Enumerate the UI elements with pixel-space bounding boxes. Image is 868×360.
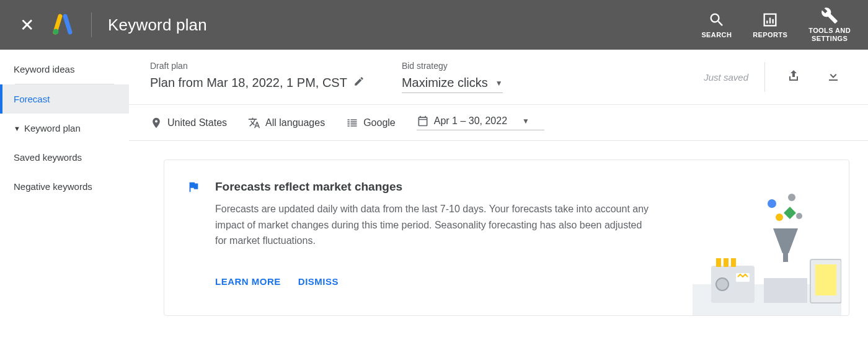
- location-value: United States: [167, 117, 227, 128]
- chevron-down-icon: ▼: [522, 117, 529, 125]
- svg-rect-16: [764, 278, 807, 303]
- svg-rect-6: [724, 258, 728, 267]
- share-button[interactable]: [786, 68, 801, 86]
- location-filter[interactable]: United States: [150, 117, 227, 129]
- header-divider: [91, 12, 92, 37]
- sidebar-item-saved-keywords[interactable]: Saved keywords: [0, 143, 129, 172]
- app-topbar: ✕ Keyword plan SEARCH REPORTS TOOLS AND …: [0, 0, 868, 50]
- reports-icon: [761, 11, 779, 29]
- dismiss-button[interactable]: DISMISS: [298, 276, 339, 287]
- sidebar-item-label: Negative keywords: [14, 181, 92, 192]
- reports-label: REPORTS: [753, 31, 787, 39]
- translate-icon: [248, 117, 260, 129]
- filter-bar: United States All languages Google Apr 1…: [129, 105, 868, 141]
- svg-point-10: [788, 194, 795, 201]
- network-value: Google: [363, 117, 396, 128]
- close-button[interactable]: ✕: [20, 15, 34, 35]
- caret-down-icon: ▼: [14, 125, 20, 132]
- svg-point-9: [768, 199, 776, 208]
- sidebar-item-keyword-ideas[interactable]: Keyword ideas: [0, 55, 129, 84]
- reports-button[interactable]: REPORTS: [753, 11, 787, 39]
- sidebar: Keyword ideas Forecast ▼Keyword plan Sav…: [0, 50, 129, 360]
- download-icon: [826, 68, 841, 83]
- notice-body: Forecasts are updated daily with data fr…: [215, 201, 649, 249]
- sidebar-item-label: Keyword ideas: [14, 64, 74, 74]
- language-filter[interactable]: All languages: [248, 117, 325, 129]
- save-status: Just saved: [704, 72, 748, 83]
- wrench-icon: [821, 7, 838, 24]
- sidebar-item-negative-keywords[interactable]: Negative keywords: [0, 172, 129, 201]
- svg-point-12: [776, 214, 783, 221]
- svg-rect-7: [731, 258, 736, 267]
- header-vertical-divider: [764, 62, 765, 92]
- sidebar-item-label: Keyword plan: [24, 123, 81, 133]
- share-icon: [786, 68, 801, 83]
- sidebar-item-label: Saved keywords: [14, 152, 82, 163]
- chevron-down-icon: ▼: [495, 79, 503, 88]
- sidebar-item-keyword-plan[interactable]: ▼Keyword plan: [0, 114, 129, 143]
- tools-label: TOOLS AND SETTINGS: [808, 27, 851, 42]
- tools-settings-button[interactable]: TOOLS AND SETTINGS: [808, 7, 851, 42]
- draft-plan-field[interactable]: Draft plan Plan from Mar 18, 2022, 1 PM,…: [150, 61, 365, 90]
- download-button[interactable]: [826, 68, 841, 86]
- learn-more-button[interactable]: LEARN MORE: [215, 276, 281, 287]
- svg-rect-15: [815, 264, 836, 295]
- svg-rect-5: [716, 258, 721, 267]
- network-icon: [346, 117, 358, 129]
- forecast-notice-card: Forecasts reflect market changes Forecas…: [164, 160, 849, 316]
- notice-title: Forecasts reflect market changes: [215, 180, 665, 194]
- location-pin-icon: [150, 117, 162, 129]
- page-title: Keyword plan: [108, 16, 207, 35]
- calendar-icon: [417, 115, 429, 127]
- draft-plan-label: Draft plan: [150, 61, 365, 71]
- language-value: All languages: [265, 117, 325, 128]
- google-ads-logo: [51, 14, 74, 36]
- svg-rect-8: [783, 253, 788, 262]
- bid-strategy-field[interactable]: Bid strategy Maximize clicks ▼: [402, 61, 503, 93]
- illustration-icon: [693, 185, 841, 315]
- svg-point-3: [716, 278, 728, 290]
- sidebar-item-forecast[interactable]: Forecast: [0, 84, 129, 114]
- network-filter[interactable]: Google: [346, 117, 396, 129]
- plan-header: Draft plan Plan from Mar 18, 2022, 1 PM,…: [129, 50, 868, 105]
- bid-strategy-label: Bid strategy: [402, 61, 503, 71]
- search-label: SEARCH: [701, 31, 732, 39]
- draft-plan-value: Plan from Mar 18, 2022, 1 PM, CST: [150, 76, 347, 90]
- svg-rect-11: [784, 207, 796, 219]
- svg-point-13: [796, 213, 802, 219]
- date-range-filter[interactable]: Apr 1 – 30, 2022 ▼: [417, 115, 544, 130]
- search-button[interactable]: SEARCH: [701, 11, 732, 39]
- svg-point-0: [53, 29, 59, 35]
- pencil-icon[interactable]: [353, 76, 365, 90]
- flag-icon: [187, 180, 200, 294]
- sidebar-item-label: Forecast: [14, 94, 50, 104]
- search-icon: [708, 11, 725, 29]
- date-range-value: Apr 1 – 30, 2022: [434, 115, 507, 127]
- bid-strategy-value: Maximize clicks: [402, 76, 488, 90]
